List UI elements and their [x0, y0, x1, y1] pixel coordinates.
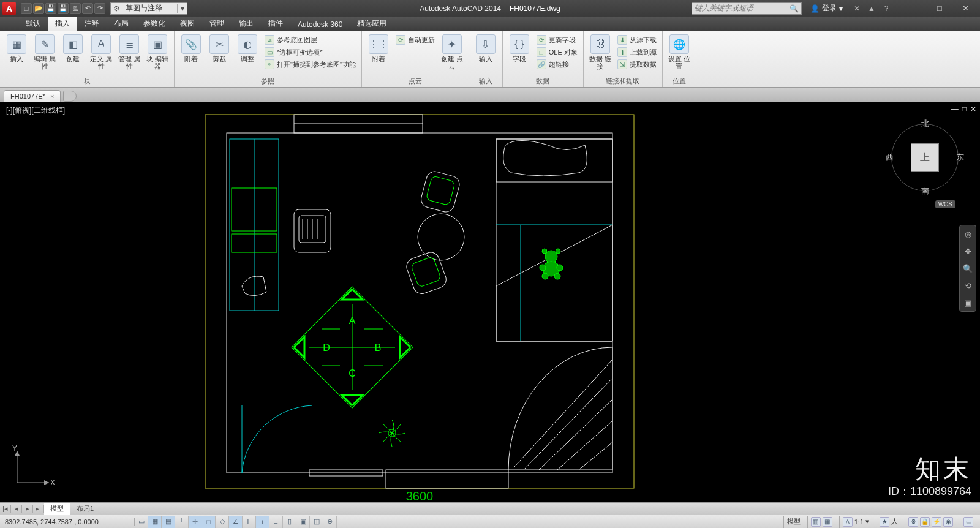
tab-close-icon[interactable]: × [50, 92, 54, 100]
hyperlink-button[interactable]: 🔗超链接 [535, 59, 579, 70]
field-button[interactable]: { }字段 [507, 33, 532, 62]
drawing-viewport[interactable]: [-][俯视][二维线框] — □ ✕ [0, 102, 980, 502]
nav-orbit-icon[interactable]: ⟲ [962, 279, 974, 292]
ref-snap-button[interactable]: ⌖打开"捕捉到参考底图"功能 [263, 59, 358, 70]
ref-frame-button[interactable]: ▭*边框可变选项* [263, 47, 358, 58]
tab-layout[interactable]: 布局 [107, 16, 136, 31]
autoupdate-button[interactable]: ⟳自动更新 [394, 34, 437, 45]
qat-new-icon[interactable]: □ [21, 3, 32, 14]
tab-a360[interactable]: Autodesk 360 [290, 18, 350, 31]
annotation-visibility[interactable]: ★ 人 [876, 516, 901, 528]
app-logo-icon[interactable]: A [2, 2, 16, 15]
viewcube[interactable]: 北 南 西 东 上 [888, 121, 962, 194]
tab-featured[interactable]: 精选应用 [350, 16, 394, 31]
quickview-drawings-icon[interactable]: ▦ [823, 517, 832, 527]
block-editor-button[interactable]: ▣块 编辑器 [145, 33, 170, 70]
qat-undo-icon[interactable]: ↶ [82, 3, 93, 14]
extract-data-button[interactable]: ⇲提取数据 [616, 59, 658, 70]
isolate-icon[interactable]: ◉ [943, 517, 953, 527]
clean-screen-button[interactable]: ▭ [960, 516, 976, 528]
toggle-osnap[interactable]: □ [202, 516, 216, 528]
exchange-icon[interactable]: ✕ [851, 3, 862, 14]
maximize-button[interactable]: □ [927, 2, 952, 15]
model-space-button[interactable]: 模型 [783, 516, 804, 528]
manage-attr-button[interactable]: ≣管理 属性 [116, 33, 142, 70]
help-search-input[interactable]: 键入关键字或短语 🔍 [692, 2, 802, 15]
toggle-ortho[interactable]: └ [175, 516, 189, 528]
toggle-snap[interactable]: ▦ [148, 516, 162, 528]
qat-saveas-icon[interactable]: 💾 [58, 3, 69, 14]
import-button[interactable]: ⇩输入 [473, 33, 499, 62]
nav-zoom-icon[interactable]: 🔍 [962, 262, 974, 274]
toggle-ducs[interactable]: L [243, 516, 256, 528]
qat-redo-icon[interactable]: ↷ [94, 3, 105, 14]
upload-source-button[interactable]: ⬆上载到源 [616, 47, 658, 58]
workspace-switch-icon[interactable]: ⚙ [908, 517, 918, 527]
qat-print-icon[interactable]: 🖶 [70, 3, 81, 14]
wcs-badge[interactable]: WCS [935, 200, 956, 208]
help-icon[interactable]: ? [881, 3, 892, 14]
annotation-scale[interactable]: Ａ 1:1 ▾ [839, 516, 872, 528]
layout-nav-next[interactable]: ▸ [22, 505, 33, 513]
hardware-accel-icon[interactable]: ⚡ [932, 517, 941, 527]
viewcube-south[interactable]: 南 [921, 186, 929, 197]
update-fields-button[interactable]: ⟳更新字段 [535, 34, 579, 45]
nav-wheel-icon[interactable]: ◎ [962, 228, 974, 240]
close-button[interactable]: ✕ [953, 2, 978, 15]
datalink-button[interactable]: ⛓数据 链接 [587, 33, 613, 70]
tab-output[interactable]: 输出 [232, 16, 261, 31]
minimize-button[interactable]: — [902, 2, 926, 15]
ole-object-button[interactable]: □OLE 对象 [535, 47, 579, 58]
edit-attr-button[interactable]: ✎编辑 属性 [32, 33, 58, 70]
toggle-grid[interactable]: ▤ [162, 516, 175, 528]
nav-pan-icon[interactable]: ✥ [962, 245, 974, 257]
download-source-button[interactable]: ⬇从源下载 [616, 34, 658, 45]
tab-default[interactable]: 默认 [18, 16, 48, 31]
viewcube-east[interactable]: 东 [956, 152, 964, 163]
new-tab-button[interactable] [63, 91, 77, 102]
tab-manage[interactable]: 管理 [202, 16, 232, 31]
coordinate-readout[interactable]: 8302.7485, 2744.7587 , 0.0000 [0, 518, 135, 526]
layout-tab-model[interactable]: 模型 [44, 503, 70, 515]
toggle-3dosnap[interactable]: ◇ [216, 516, 229, 528]
attach-pc-button[interactable]: ⋮⋮附着 [366, 33, 391, 62]
toggle-am[interactable]: ⊕ [323, 516, 337, 528]
qat-open-icon[interactable]: 📂 [33, 3, 44, 14]
tab-view[interactable]: 视图 [173, 16, 202, 31]
tab-parametric[interactable]: 参数化 [136, 16, 173, 31]
document-tab[interactable]: FH01077E* × [4, 90, 61, 102]
tab-plugins[interactable]: 插件 [261, 16, 290, 31]
layout-tab-1[interactable]: 布局1 [70, 503, 100, 515]
layout-nav-last[interactable]: ▸| [33, 505, 44, 513]
qat-save-icon[interactable]: 💾 [45, 3, 56, 14]
nav-showmotion-icon[interactable]: ▣ [962, 296, 974, 309]
ucs-icon[interactable]: X Y [12, 445, 55, 488]
clip-ref-button[interactable]: ✂剪裁 [206, 33, 232, 62]
workspace-selector[interactable]: ⚙ 草图与注释 ▾ [110, 2, 187, 15]
toggle-otrack[interactable]: ∠ [229, 516, 243, 528]
a360-icon[interactable]: ▲ [866, 3, 877, 14]
insert-block-button[interactable]: ▦插入 [4, 33, 29, 62]
set-location-button[interactable]: 🌐设置 位置 [666, 33, 692, 70]
toggle-qp[interactable]: ▣ [296, 516, 310, 528]
toggle-infer[interactable]: ▭ [135, 516, 148, 528]
ref-layers-button[interactable]: ≋参考底图图层 [263, 34, 358, 45]
define-attr-button[interactable]: A定义 属性 [88, 33, 114, 70]
tab-annotate[interactable]: 注释 [77, 16, 107, 31]
quickview-layouts-icon[interactable]: ▥ [811, 517, 821, 527]
toggle-lwt[interactable]: ≡ [270, 516, 283, 528]
signin-button[interactable]: 👤 登录 ▾ [805, 3, 848, 13]
layout-nav-prev[interactable]: ◂ [11, 505, 22, 513]
attach-ref-button[interactable]: 📎附着 [178, 33, 204, 62]
toggle-tpy[interactable]: ▯ [283, 516, 296, 528]
toggle-polar[interactable]: ✛ [189, 516, 202, 528]
viewcube-north[interactable]: 北 [921, 118, 929, 129]
toggle-dyn[interactable]: + [256, 516, 270, 528]
toggle-sc[interactable]: ◫ [310, 516, 323, 528]
tab-insert[interactable]: 插入 [48, 16, 77, 31]
create-pc-button[interactable]: ✦创建 点云 [439, 33, 465, 70]
lock-ui-icon[interactable]: 🔒 [920, 517, 930, 527]
create-block-button[interactable]: ◧创建 [60, 33, 86, 62]
layout-nav-first[interactable]: |◂ [0, 505, 11, 513]
adjust-ref-button[interactable]: ◐调整 [235, 33, 260, 62]
